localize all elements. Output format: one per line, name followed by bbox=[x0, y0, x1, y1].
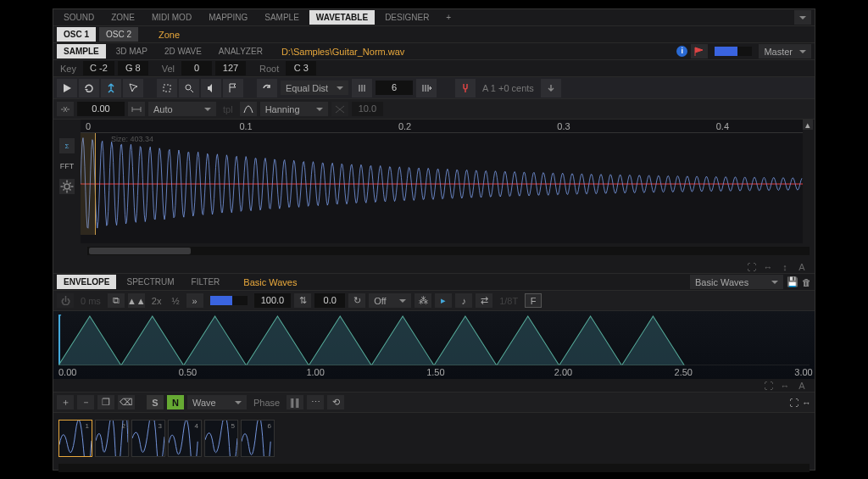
snap-button[interactable] bbox=[101, 79, 121, 97]
spectrum-tab[interactable]: SPECTRUM bbox=[120, 275, 181, 289]
subtab-sample[interactable]: SAMPLE bbox=[57, 44, 106, 58]
tab-sample[interactable]: SAMPLE bbox=[258, 10, 306, 25]
wave-mode-dropdown[interactable]: Wave bbox=[187, 395, 247, 409]
apply-markers-icon[interactable] bbox=[416, 79, 437, 97]
n-button[interactable]: N bbox=[167, 395, 184, 409]
window-shape-icon[interactable] bbox=[240, 102, 257, 116]
wave-thumb-6[interactable]: 6 bbox=[241, 420, 275, 457]
envelope-preset-dropdown[interactable]: Basic Waves bbox=[690, 275, 783, 289]
offset-icon[interactable]: ⇅ bbox=[294, 293, 311, 308]
waveform-plot[interactable] bbox=[81, 133, 803, 235]
phase-reset-icon[interactable]: ⟲ bbox=[327, 395, 344, 409]
duplicate-thumb-button[interactable]: ❐ bbox=[97, 395, 114, 409]
phase-dots-icon[interactable]: ⋯ bbox=[307, 395, 324, 409]
play-env-icon[interactable]: ▸ bbox=[435, 293, 452, 308]
add-tab-button[interactable]: + bbox=[439, 10, 456, 25]
tab-zone[interactable]: ZONE bbox=[104, 10, 142, 25]
thumb-zoom-icon[interactable]: ↔ bbox=[802, 398, 811, 408]
marker-count[interactable]: 6 bbox=[376, 81, 413, 95]
wave-thumb-2[interactable]: 2 bbox=[95, 420, 129, 457]
gear-icon[interactable] bbox=[59, 179, 75, 194]
wave-thumb-4[interactable]: 4 bbox=[168, 420, 202, 457]
note-icon[interactable]: ♪ bbox=[455, 293, 472, 308]
filter-tab[interactable]: FILTER bbox=[185, 275, 227, 289]
output-dropdown[interactable]: Master bbox=[759, 44, 811, 58]
vel-high[interactable]: 127 bbox=[215, 61, 246, 75]
waveform-main[interactable]: 0 0.1 0.2 0.3 0.4 Size: 403.34 bbox=[81, 120, 803, 243]
add-thumb-button[interactable]: ＋ bbox=[57, 395, 74, 409]
length-icon[interactable] bbox=[128, 102, 145, 116]
level-value[interactable]: 100.0 bbox=[254, 293, 292, 308]
mult2-label[interactable]: 2x bbox=[148, 296, 165, 306]
waveform-time-ruler[interactable]: 0 0.1 0.2 0.3 0.4 bbox=[81, 120, 803, 133]
wave-thumb-5[interactable]: 5 bbox=[204, 420, 238, 457]
lock-icon[interactable]: A bbox=[796, 261, 808, 273]
remove-thumb-button[interactable]: － bbox=[77, 395, 94, 409]
clear-thumb-button[interactable]: ⌫ bbox=[118, 395, 135, 409]
zoom-tool[interactable] bbox=[179, 79, 199, 97]
offset-value[interactable]: 0.0 bbox=[314, 293, 345, 308]
fixed-pitch-value[interactable]: A 1 +0 cents bbox=[479, 83, 537, 93]
half-label[interactable]: ½ bbox=[168, 296, 182, 306]
env-expand-icon[interactable]: ⛶ bbox=[762, 380, 774, 392]
tab-midimod[interactable]: MIDI MOD bbox=[145, 10, 198, 25]
wave-thumb-1[interactable]: 1 bbox=[58, 420, 92, 457]
env-zoom-h-icon[interactable]: ↔ bbox=[779, 380, 791, 392]
probability-icon[interactable]: ⁂ bbox=[415, 293, 431, 308]
fast-forward-icon[interactable]: » bbox=[186, 293, 203, 308]
play-button[interactable] bbox=[57, 79, 77, 97]
key-low[interactable]: C -2 bbox=[83, 61, 114, 75]
window-dropdown[interactable]: Hanning bbox=[260, 102, 328, 116]
subtab-3dmap[interactable]: 3D MAP bbox=[109, 44, 154, 58]
distribution-dropdown[interactable]: Equal Dist bbox=[281, 81, 348, 95]
thumb-expand-icon[interactable]: ⛶ bbox=[789, 398, 798, 408]
env-delete-icon[interactable]: 🗑 bbox=[802, 277, 811, 287]
env-save-icon[interactable]: 💾 bbox=[787, 276, 798, 287]
select-tool[interactable] bbox=[157, 79, 177, 97]
envelope-tab[interactable]: ENVELOPE bbox=[57, 275, 116, 289]
sample-file-path[interactable]: D:\Samples\Guitar_Norm.wav bbox=[273, 47, 405, 57]
panel-menu-icon[interactable] bbox=[794, 10, 811, 25]
sync-mode-dropdown[interactable]: Off bbox=[369, 293, 411, 308]
markers-icon[interactable] bbox=[352, 79, 372, 97]
link-icon[interactable]: ⧉ bbox=[108, 293, 125, 308]
tab-wavetable[interactable]: WAVETABLE bbox=[309, 10, 375, 25]
tuning-fork-icon[interactable] bbox=[455, 79, 476, 97]
vscroll-up-icon[interactable]: ▴ bbox=[803, 120, 813, 130]
osc2-tab[interactable]: OSC 2 bbox=[99, 27, 138, 42]
mountain-icon[interactable]: ▲▲ bbox=[128, 293, 145, 308]
env-a-icon[interactable]: A bbox=[796, 380, 808, 392]
thumbnail-h-scrollbar[interactable] bbox=[58, 464, 810, 472]
redo-icon[interactable] bbox=[257, 79, 277, 97]
root-key[interactable]: C 3 bbox=[286, 61, 316, 75]
swap-icon[interactable]: ⇄ bbox=[476, 293, 492, 308]
tab-designer[interactable]: DESIGNER bbox=[378, 10, 436, 25]
osc1-tab[interactable]: OSC 1 bbox=[57, 27, 96, 42]
flag-icon[interactable] bbox=[691, 44, 708, 58]
trim-icon[interactable] bbox=[57, 102, 74, 116]
tab-sound[interactable]: SOUND bbox=[57, 10, 101, 25]
key-high[interactable]: G 8 bbox=[118, 61, 148, 75]
speaker-icon[interactable] bbox=[201, 79, 221, 97]
tab-mapping[interactable]: MAPPING bbox=[202, 10, 254, 25]
vel-low[interactable]: 0 bbox=[181, 61, 212, 75]
envelope-display[interactable]: 0.00 0.50 1.00 1.50 2.00 2.50 3.00 bbox=[53, 311, 815, 379]
wavetable-thumbnails[interactable]: 1 2 3 4 5 6 bbox=[53, 413, 815, 464]
waveform-h-scrollbar[interactable] bbox=[87, 247, 810, 255]
fft-label[interactable]: FFT bbox=[59, 159, 75, 174]
phase-bars-icon[interactable]: ‖‖ bbox=[287, 395, 303, 409]
pitch-down-icon[interactable] bbox=[541, 79, 561, 97]
s-button[interactable]: S bbox=[147, 395, 164, 409]
wave-thumb-3[interactable]: 3 bbox=[131, 420, 165, 457]
loop-mode-dropdown[interactable]: Auto bbox=[148, 102, 216, 116]
info-icon[interactable]: i bbox=[676, 46, 687, 57]
subtab-analyzer[interactable]: ANALYZER bbox=[212, 44, 270, 58]
refresh-icon[interactable]: ↻ bbox=[348, 293, 365, 308]
sigma-icon[interactable]: Σ bbox=[59, 138, 75, 153]
zoom-v-icon[interactable]: ↕ bbox=[779, 261, 791, 273]
zoom-h-icon[interactable]: ↔ bbox=[762, 261, 774, 273]
selection-region[interactable] bbox=[81, 133, 96, 235]
flag-tool[interactable] bbox=[223, 79, 243, 97]
f-button[interactable]: F bbox=[525, 293, 542, 308]
cursor-button[interactable] bbox=[123, 79, 143, 97]
